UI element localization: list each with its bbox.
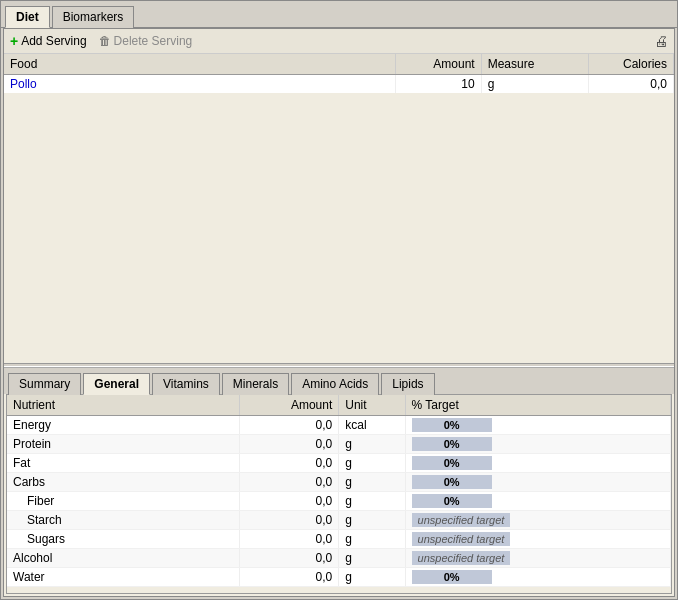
food-row[interactable]: Pollo 10 g 0,0 xyxy=(4,75,674,94)
nutrient-unit: g xyxy=(339,568,405,587)
top-tab-bar: Diet Biomarkers xyxy=(1,1,677,28)
n-target-col-header: % Target xyxy=(405,395,670,416)
nutrient-amount: 0,0 xyxy=(239,530,339,549)
tab-lipids[interactable]: Lipids xyxy=(381,373,434,395)
tab-biomarkers[interactable]: Biomarkers xyxy=(52,6,135,28)
nutrient-name: Fiber xyxy=(7,492,239,511)
nutrient-target: unspecified target xyxy=(405,549,670,568)
nutrient-row: Carbs0,0g0% xyxy=(7,473,671,492)
nutrient-name: Fat xyxy=(7,454,239,473)
nutrient-amount: 0,0 xyxy=(239,473,339,492)
print-icon: 🖨 xyxy=(654,33,668,49)
nutrient-unit: g xyxy=(339,473,405,492)
nutrient-name: Starch xyxy=(7,511,239,530)
add-icon: + xyxy=(10,33,18,49)
nutrient-row: Starch0,0gunspecified target xyxy=(7,511,671,530)
nutrient-target: 0% xyxy=(405,492,670,511)
nutrient-name: Water xyxy=(7,568,239,587)
food-name: Pollo xyxy=(4,75,396,94)
food-measure: g xyxy=(481,75,588,94)
tab-summary[interactable]: Summary xyxy=(8,373,81,395)
nutrient-amount: 0,0 xyxy=(239,511,339,530)
nutrient-target: 0% xyxy=(405,568,670,587)
delete-serving-label: Delete Serving xyxy=(114,34,193,48)
nutrient-target: 0% xyxy=(405,416,670,435)
nutrient-name: Carbs xyxy=(7,473,239,492)
add-serving-label: Add Serving xyxy=(21,34,86,48)
n-amount-col-header: Amount xyxy=(239,395,339,416)
print-button[interactable]: 🖨 xyxy=(654,33,668,49)
nutrient-row: Fat0,0g0% xyxy=(7,454,671,473)
tab-vitamins[interactable]: Vitamins xyxy=(152,373,220,395)
nutrient-amount: 0,0 xyxy=(239,568,339,587)
nutrient-amount: 0,0 xyxy=(239,435,339,454)
nutrient-unit: g xyxy=(339,492,405,511)
amount-col-header: Amount xyxy=(396,54,481,75)
trash-icon: 🗑 xyxy=(99,34,111,48)
nutrient-target: 0% xyxy=(405,454,670,473)
nutrient-target: unspecified target xyxy=(405,530,670,549)
main-window: Diet Biomarkers + Add Serving 🗑 Delete S… xyxy=(0,0,678,600)
nutrient-col-header: Nutrient xyxy=(7,395,239,416)
nutrient-unit: g xyxy=(339,530,405,549)
nutrient-name: Protein xyxy=(7,435,239,454)
tab-diet[interactable]: Diet xyxy=(5,6,50,28)
nutrient-unit: g xyxy=(339,549,405,568)
bottom-tab-bar: Summary General Vitamins Minerals Amino … xyxy=(4,367,674,394)
nutrient-name: Energy xyxy=(7,416,239,435)
tab-minerals[interactable]: Minerals xyxy=(222,373,289,395)
tab-amino-acids[interactable]: Amino Acids xyxy=(291,373,379,395)
food-table-container: Food Amount Measure Calories Pollo 10 g … xyxy=(4,54,674,363)
nutrient-name: Alcohol xyxy=(7,549,239,568)
nutrient-unit: kcal xyxy=(339,416,405,435)
calories-col-header: Calories xyxy=(588,54,673,75)
nutrient-unit: g xyxy=(339,511,405,530)
nutrient-table-wrapper: Nutrient Amount Unit % Target Energy0,0k… xyxy=(7,395,671,593)
nutrient-row: Energy0,0kcal0% xyxy=(7,416,671,435)
delete-serving-button[interactable]: 🗑 Delete Serving xyxy=(99,34,193,48)
food-table: Food Amount Measure Calories Pollo 10 g … xyxy=(4,54,674,93)
nutrient-target: 0% xyxy=(405,435,670,454)
nutrient-table: Nutrient Amount Unit % Target Energy0,0k… xyxy=(7,395,671,587)
nutrient-row: Protein0,0g0% xyxy=(7,435,671,454)
nutrient-amount: 0,0 xyxy=(239,454,339,473)
nutrient-amount: 0,0 xyxy=(239,549,339,568)
nutrient-row: Water0,0g0% xyxy=(7,568,671,587)
nutrient-unit: g xyxy=(339,435,405,454)
measure-col-header: Measure xyxy=(481,54,588,75)
add-serving-button[interactable]: + Add Serving xyxy=(10,33,87,49)
food-calories: 0,0 xyxy=(588,75,673,94)
nutrient-area: Nutrient Amount Unit % Target Energy0,0k… xyxy=(6,394,672,594)
nutrient-row: Fiber0,0g0% xyxy=(7,492,671,511)
food-amount: 10 xyxy=(396,75,481,94)
nutrient-unit: g xyxy=(339,454,405,473)
toolbar: + Add Serving 🗑 Delete Serving 🖨 xyxy=(4,29,674,54)
n-unit-col-header: Unit xyxy=(339,395,405,416)
tab-general[interactable]: General xyxy=(83,373,150,395)
nutrient-amount: 0,0 xyxy=(239,416,339,435)
main-panel: + Add Serving 🗑 Delete Serving 🖨 Food Am… xyxy=(3,28,675,597)
nutrient-target: unspecified target xyxy=(405,511,670,530)
nutrient-name: Sugars xyxy=(7,530,239,549)
nutrient-row: Alcohol0,0gunspecified target xyxy=(7,549,671,568)
nutrient-target: 0% xyxy=(405,473,670,492)
nutrient-amount: 0,0 xyxy=(239,492,339,511)
food-col-header: Food xyxy=(4,54,396,75)
nutrient-row: Sugars0,0gunspecified target xyxy=(7,530,671,549)
